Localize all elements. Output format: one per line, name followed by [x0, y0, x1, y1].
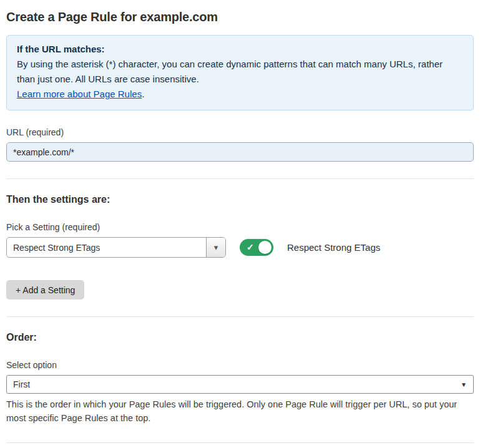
toggle-label: Respect Strong ETags [287, 242, 380, 253]
order-section-heading: Order: [6, 332, 474, 343]
link-period: . [142, 89, 144, 99]
toggle-knob [258, 241, 272, 254]
chevron-down-icon: ▼ [461, 381, 467, 388]
check-icon: ✓ [247, 241, 254, 253]
url-input[interactable] [6, 142, 474, 162]
dropdown-open-button[interactable]: ▾ [206, 238, 225, 257]
info-box-link-line: Learn more about Page Rules. [17, 87, 463, 102]
etags-toggle[interactable]: ✓ [240, 239, 273, 256]
info-box-heading: If the URL matches: [17, 42, 463, 57]
pick-setting-label: Pick a Setting (required) [6, 222, 474, 232]
page-title: Create a Page Rule for example.com [6, 10, 474, 24]
setting-dropdown[interactable]: Respect Strong ETags ▾ [6, 237, 226, 258]
info-box-body: By using the asterisk (*) character, you… [17, 57, 463, 87]
divider [6, 316, 474, 317]
order-select-value: First [13, 379, 30, 389]
divider [6, 442, 474, 443]
page-rule-form: Create a Page Rule for example.com If th… [0, 0, 480, 448]
setting-row: Respect Strong ETags ▾ ✓ Respect Strong … [6, 237, 474, 258]
chevron-down-icon: ▾ [214, 243, 218, 252]
add-setting-button[interactable]: + Add a Setting [6, 280, 84, 299]
order-select-label: Select option [6, 360, 474, 370]
learn-more-link[interactable]: Learn more about Page Rules [17, 89, 142, 99]
order-help-text: This is the order in which your Page Rul… [6, 398, 474, 426]
url-field-label: URL (required) [6, 127, 474, 137]
url-match-info-box: If the URL matches: By using the asteris… [6, 35, 474, 110]
setting-dropdown-value: Respect Strong ETags [7, 238, 206, 257]
etags-toggle-wrap: ✓ Respect Strong ETags [240, 239, 380, 256]
order-select[interactable]: First ▼ [6, 375, 474, 394]
divider [6, 178, 474, 179]
settings-section-heading: Then the settings are: [6, 194, 474, 205]
